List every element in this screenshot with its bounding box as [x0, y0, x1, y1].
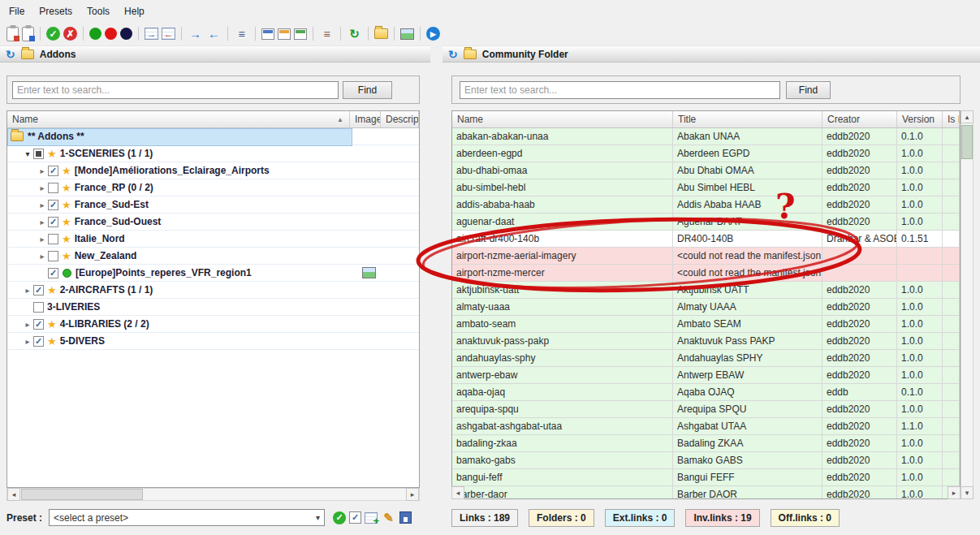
move-right-icon[interactable]: →: [188, 26, 203, 41]
checkbox[interactable]: [33, 302, 44, 313]
enable-all-icon[interactable]: ✓: [46, 27, 60, 41]
expand-icon[interactable]: ▸: [22, 286, 33, 295]
window-green-icon[interactable]: [294, 28, 307, 40]
window-orange-icon[interactable]: [278, 28, 291, 40]
table-row[interactable]: antwerp-ebawAntwerp EBAWeddb20201.0.0: [452, 367, 960, 384]
tree-item[interactable]: ▸★France_Sud-Ouest: [7, 214, 419, 231]
disable-all-icon[interactable]: ✗: [63, 27, 77, 41]
table-row[interactable]: almaty-uaaaAlmaty UAAAeddb20201.0.0: [452, 299, 960, 316]
scroll-right-icon[interactable]: ▸: [948, 486, 961, 499]
addons-search-input[interactable]: [12, 81, 339, 99]
table-row[interactable]: bamako-gabsBamako GABSeddb20201.0.0: [452, 452, 960, 469]
table-row[interactable]: barber-daorBarber DAOReddb20201.0.0: [452, 486, 960, 499]
collapse-icon[interactable]: ▾: [22, 149, 33, 158]
menu-item-presets[interactable]: Presets: [32, 2, 80, 21]
table-row[interactable]: abu-simbel-heblAbu Simbel HEBLeddb20201.…: [452, 179, 960, 196]
preset-select[interactable]: <select a preset> ▾: [49, 509, 325, 526]
checkbox[interactable]: [33, 285, 44, 296]
image-icon[interactable]: [362, 267, 376, 278]
column-header-version[interactable]: Version: [897, 111, 943, 127]
table-row[interactable]: addis-ababa-haabAddis Ababa HAABeddb2020…: [452, 196, 960, 214]
tree-item[interactable]: ▸★New_Zealand: [7, 248, 419, 265]
grid-export-icon[interactable]: →: [145, 28, 158, 40]
preset-apply-icon[interactable]: ✓: [333, 511, 346, 524]
table-row[interactable]: aguenar-daatAguenar DAATeddb20201.0.0: [452, 214, 960, 231]
column-header-title[interactable]: Title: [673, 111, 822, 127]
checkbox[interactable]: [33, 319, 44, 330]
column-header-image[interactable]: Image: [350, 111, 381, 127]
play-icon[interactable]: ▶: [426, 27, 440, 41]
addons-find-button[interactable]: Find: [343, 81, 392, 99]
scroll-up-icon[interactable]: ▴: [961, 110, 974, 123]
table-row[interactable]: airport-nzme-mercer<could not read the m…: [452, 265, 960, 282]
expand-icon[interactable]: ▸: [37, 218, 48, 227]
green-status-icon[interactable]: [89, 28, 101, 40]
expand-icon[interactable]: ▸: [37, 252, 48, 261]
menu-item-file[interactable]: File: [2, 2, 32, 21]
checkbox[interactable]: [48, 234, 58, 244]
tree-item[interactable]: ▸★5-DIVERS: [7, 333, 419, 350]
copy-icon[interactable]: [22, 27, 34, 41]
tree-item[interactable]: ** Addons **: [7, 128, 419, 145]
table-row[interactable]: bangui-feffBangui FEFFeddb20201.0.0: [452, 469, 960, 486]
preset-add-icon[interactable]: [365, 512, 378, 524]
checkbox[interactable]: [48, 183, 58, 193]
checkbox[interactable]: [48, 251, 58, 261]
table-row[interactable]: badaling-zkaaBadaling ZKAAeddb20201.0.0: [452, 435, 960, 452]
grid-import-icon[interactable]: ←: [162, 28, 175, 40]
menu-item-help[interactable]: Help: [117, 2, 152, 21]
paste-icon[interactable]: [6, 27, 19, 41]
column-header-name[interactable]: Name▲: [7, 111, 350, 127]
column-header-descript[interactable]: Descript: [381, 111, 419, 127]
table-row[interactable]: ambato-seamAmbato SEAMeddb20201.0.0: [452, 316, 960, 333]
scroll-right-icon[interactable]: ▸: [406, 488, 419, 501]
open-folder-icon[interactable]: [374, 28, 388, 39]
table-row[interactable]: arequipa-spquArequipa SPQUeddb20201.0.0: [452, 401, 960, 418]
expand-icon[interactable]: ▸: [22, 337, 33, 346]
expand-icon[interactable]: ▸: [37, 201, 48, 209]
checkbox[interactable]: [48, 200, 58, 210]
preset-edit-icon[interactable]: ✎: [381, 510, 396, 525]
move-left-icon[interactable]: ←: [206, 26, 222, 41]
tree-item[interactable]: ▸★France_RP (0 / 2): [7, 179, 419, 196]
table-row[interactable]: ashgabat-ashgabat-utaaAshgabat UTAAeddb2…: [452, 418, 960, 435]
checkbox[interactable]: [33, 336, 44, 347]
image-icon[interactable]: [400, 28, 414, 40]
column-header-is-li[interactable]: Is Li: [943, 111, 960, 127]
scroll-down-icon[interactable]: ▾: [961, 486, 974, 499]
table-row[interactable]: anaktuvuk-pass-pakpAnaktuvuk Pass PAKPed…: [452, 333, 960, 350]
preset-save-icon[interactable]: [399, 511, 412, 524]
vertical-scrollbar[interactable]: ▴ ▾: [961, 110, 974, 499]
table-row[interactable]: aberdeen-egpdAberdeen EGPDeddb20201.0.0: [452, 145, 960, 162]
red-status-icon[interactable]: [105, 28, 117, 40]
tree-expand-icon[interactable]: ≡: [234, 26, 249, 41]
scroll-left-icon[interactable]: ◂: [7, 488, 20, 501]
expand-icon[interactable]: ▸: [22, 320, 33, 329]
table-row[interactable]: abu-dhabi-omaaAbu Dhabi OMAAeddb20201.0.…: [452, 162, 960, 179]
tree-collapse-icon[interactable]: ≡: [319, 26, 335, 41]
checkbox[interactable]: [48, 217, 58, 227]
checkbox[interactable]: [48, 166, 58, 176]
navy-status-icon[interactable]: [120, 28, 132, 40]
addons-horizontal-scrollbar[interactable]: ◂ ▸: [6, 488, 420, 501]
expand-icon[interactable]: ▸: [37, 166, 48, 175]
tree-item[interactable]: ▸★2-AIRCRAFTS (1 / 1): [7, 282, 419, 299]
table-row[interactable]: aqaba-ojaqAqaba OJAQeddb0.1.0: [452, 384, 960, 401]
tree-item[interactable]: ▸★Italie_Nord: [7, 231, 419, 248]
window-blue-icon[interactable]: [261, 28, 274, 40]
community-search-input[interactable]: [460, 81, 780, 99]
checkbox[interactable]: [33, 149, 44, 159]
tree-item[interactable]: ▾★1-SCENERIES (1 / 1): [7, 145, 419, 162]
table-row[interactable]: andahuaylas-sphyAndahuaylas SPHYeddb2020…: [452, 350, 960, 367]
community-find-button[interactable]: Find: [786, 81, 831, 99]
table-row[interactable]: aktjubinsk-uattAktjubinsk UATTeddb20201.…: [452, 282, 960, 299]
tree-item[interactable]: 3-LIVERIES: [7, 299, 419, 316]
tree-item[interactable]: ▸★[Monde]Améliorations_Eclairage_Airport…: [7, 162, 419, 179]
expand-icon[interactable]: ▸: [37, 183, 48, 192]
checkbox[interactable]: [48, 268, 58, 278]
column-header-name[interactable]: Name: [452, 111, 673, 127]
preset-check-icon[interactable]: ✓: [349, 511, 361, 524]
column-header-creator[interactable]: Creator: [822, 111, 897, 127]
menu-item-tools[interactable]: Tools: [80, 2, 117, 21]
scroll-thumb[interactable]: [21, 489, 143, 500]
